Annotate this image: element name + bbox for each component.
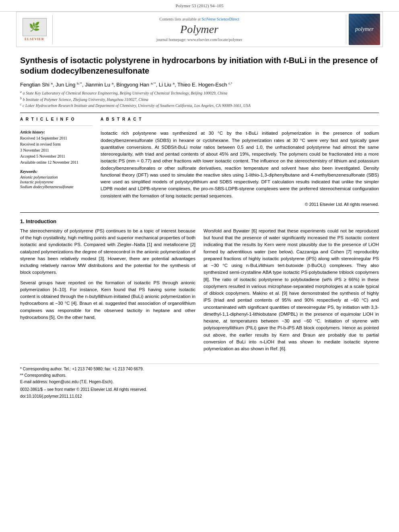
banner-right: polymer: [346, 12, 383, 47]
banner-center: Contents lists available at SciVerse Sci…: [53, 14, 346, 44]
history-received: Received 14 September 2011: [20, 136, 93, 141]
affiliation-a: a a State Key Laboratory of Chemical Res…: [20, 90, 379, 95]
footnotes-section: * Corresponding author. Tel.: +1 213 740…: [20, 364, 379, 398]
history-accepted: Accepted 5 November 2011: [20, 154, 93, 159]
polymer-badge: polymer: [349, 14, 380, 45]
elsevier-logo: 🌿 ELSEVIER: [23, 18, 47, 41]
copyright-line: © 2011 Elsevier Ltd. All rights reserved…: [101, 202, 379, 207]
divider-body: [20, 212, 379, 213]
polymer-badge-text: polymer: [355, 26, 374, 33]
sciverse-link[interactable]: SciVerse ScienceDirect: [202, 17, 239, 21]
intro-para1: The stereochemistry of polystyrene (PS) …: [20, 228, 195, 276]
footnote-email: E-mail address: hogen@usc.edu (T.E. Hoge…: [20, 379, 379, 385]
banner-left: 🌿 ELSEVIER: [16, 15, 53, 44]
keywords-label: Keywords:: [20, 169, 93, 174]
article-info-heading: A R T I C L E I N F O: [20, 117, 93, 121]
body-col-right: Worsfold and Bywater [6] reported that t…: [204, 228, 379, 356]
journal-header: Polymer 53 (2012) 94–105: [0, 0, 399, 12]
intro-para3: Worsfold and Bywater [6] reported that t…: [204, 228, 379, 353]
homepage-line: journal homepage: www.elsevier.com/locat…: [61, 37, 338, 42]
keyword-2: Isotactic polystyrene: [20, 180, 93, 184]
affiliation-b: b b Institute of Polymer Science, Zhejia…: [20, 97, 379, 102]
divider-abstract: [101, 125, 379, 126]
abstract-heading: A B S T R A C T: [101, 117, 379, 121]
keywords-section: Keywords: Anionic polymerization Isotact…: [20, 169, 93, 189]
history-revised-date: 3 November 2011: [20, 148, 93, 153]
history-revised-label: Received in revised form: [20, 142, 93, 147]
history-available: Available online 12 November 2011: [20, 160, 93, 165]
abstract-col: A B S T R A C T Isotactic rich polystyre…: [101, 117, 379, 207]
history-label: Article history:: [20, 130, 93, 134]
elsevier-text: ELSEVIER: [25, 37, 44, 41]
authors-line: Fengtian Shi a, Jun Ling b,**, Jianmin L…: [20, 82, 379, 88]
journal-banner: 🌿 ELSEVIER Contents lists available at S…: [16, 12, 383, 47]
journal-ref: Polymer 53 (2012) 94–105: [16, 3, 383, 8]
sciverse-prefix: Contents lists available at: [159, 17, 202, 21]
affiliation-c: c c Loker Hydrocarbon Research Institute…: [20, 103, 379, 108]
info-abstract-section: A R T I C L E I N F O Article history: R…: [20, 117, 379, 207]
article-info-col: A R T I C L E I N F O Article history: R…: [20, 117, 93, 207]
footnote-star2: ** Corresponding authors.: [20, 373, 379, 378]
footnote-star: * Corresponding author. Tel.: +1 213 740…: [20, 366, 379, 372]
divider-info: [20, 125, 93, 126]
copyright-bottom: 0032-3861/$ – see front matter © 2011 El…: [20, 387, 379, 392]
section1-heading: 1. Introduction: [20, 218, 379, 224]
body-col-left: The stereochemistry of polystyrene (PS) …: [20, 228, 195, 356]
abstract-text: Isotactic rich polystyrene was synthesiz…: [101, 130, 379, 199]
elsevier-tree-icon: 🌿: [29, 23, 40, 31]
keyword-3: Sodium dodecylbenzenesulfonate: [20, 185, 93, 189]
body-two-col: The stereochemistry of polystyrene (PS) …: [20, 228, 379, 356]
page-wrapper: Polymer 53 (2012) 94–105 🌿 ELSEVIER Cont…: [0, 0, 399, 407]
article-title: Synthesis of isotactic polystyrene in hy…: [20, 55, 379, 76]
affiliations: a a State Key Laboratory of Chemical Res…: [20, 90, 379, 108]
article-content: Synthesis of isotactic polystyrene in hy…: [0, 47, 399, 407]
doi-line: doi:10.1016/j.polymer.2011.11.012: [20, 394, 379, 398]
intro-para2: Several groups have reported on the form…: [20, 279, 195, 321]
sciverse-line: Contents lists available at SciVerse Sci…: [61, 17, 338, 21]
elsevier-box: 🌿: [23, 18, 47, 36]
journal-name: Polymer: [61, 23, 338, 36]
divider-main: [20, 113, 379, 113]
keyword-1: Anionic polymerization: [20, 175, 93, 179]
